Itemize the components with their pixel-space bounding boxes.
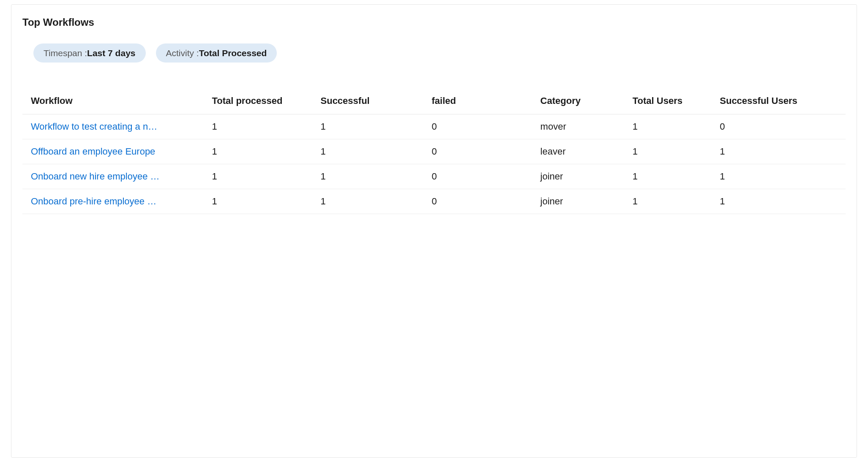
cell-failed: 0 [426, 189, 534, 214]
cell-successful: 1 [315, 164, 426, 189]
cell-failed: 0 [426, 164, 534, 189]
table-header-row: Workflow Total processed Successful fail… [22, 90, 846, 114]
workflow-link[interactable]: Offboard an employee Europe [31, 146, 155, 157]
col-successful-users[interactable]: Successful Users [714, 90, 846, 114]
cell-successful: 1 [315, 114, 426, 139]
workflow-link[interactable]: Workflow to test creating a n… [31, 121, 157, 132]
cell-category: mover [535, 114, 627, 139]
col-failed[interactable]: failed [426, 90, 534, 114]
cell-total_processed: 1 [206, 139, 314, 164]
cell-total_processed: 1 [206, 114, 314, 139]
cell-workflow[interactable]: Workflow to test creating a n… [22, 114, 206, 139]
cell-workflow[interactable]: Onboard new hire employee … [22, 164, 206, 189]
cell-successful: 1 [315, 189, 426, 214]
cell-workflow[interactable]: Onboard pre-hire employee … [22, 189, 206, 214]
timespan-filter[interactable]: Timespan : Last 7 days [33, 43, 146, 63]
workflows-table: Workflow Total processed Successful fail… [22, 90, 846, 214]
activity-filter[interactable]: Activity : Total Processed [156, 43, 277, 63]
cell-category: leaver [535, 139, 627, 164]
col-successful[interactable]: Successful [315, 90, 426, 114]
col-total-processed[interactable]: Total processed [206, 90, 314, 114]
cell-total_users: 1 [627, 139, 714, 164]
card-title: Top Workflows [22, 16, 846, 28]
cell-successful: 1 [315, 139, 426, 164]
cell-total_processed: 1 [206, 189, 314, 214]
col-category[interactable]: Category [535, 90, 627, 114]
col-total-users[interactable]: Total Users [627, 90, 714, 114]
workflow-link[interactable]: Onboard new hire employee … [31, 171, 160, 182]
top-workflows-card: Top Workflows Timespan : Last 7 days Act… [11, 4, 857, 458]
cell-category: joiner [535, 189, 627, 214]
cell-failed: 0 [426, 114, 534, 139]
cell-successful_users: 1 [714, 164, 846, 189]
cell-total_processed: 1 [206, 164, 314, 189]
cell-total_users: 1 [627, 189, 714, 214]
cell-successful_users: 1 [714, 139, 846, 164]
cell-failed: 0 [426, 139, 534, 164]
table-row: Onboard new hire employee …110joiner11 [22, 164, 846, 189]
filter-row: Timespan : Last 7 days Activity : Total … [22, 43, 846, 63]
cell-successful_users: 1 [714, 189, 846, 214]
activity-filter-label: Activity : [166, 48, 199, 58]
table-row: Onboard pre-hire employee …110joiner11 [22, 189, 846, 214]
col-workflow[interactable]: Workflow [22, 90, 206, 114]
table-row: Offboard an employee Europe110leaver11 [22, 139, 846, 164]
cell-total_users: 1 [627, 114, 714, 139]
cell-total_users: 1 [627, 164, 714, 189]
cell-workflow[interactable]: Offboard an employee Europe [22, 139, 206, 164]
cell-successful_users: 0 [714, 114, 846, 139]
workflows-table-body: Workflow to test creating a n…110mover10… [22, 114, 846, 214]
cell-category: joiner [535, 164, 627, 189]
timespan-filter-value: Last 7 days [87, 48, 135, 58]
activity-filter-value: Total Processed [199, 48, 267, 58]
workflow-link[interactable]: Onboard pre-hire employee … [31, 196, 156, 207]
timespan-filter-label: Timespan : [44, 48, 87, 58]
table-row: Workflow to test creating a n…110mover10 [22, 114, 846, 139]
